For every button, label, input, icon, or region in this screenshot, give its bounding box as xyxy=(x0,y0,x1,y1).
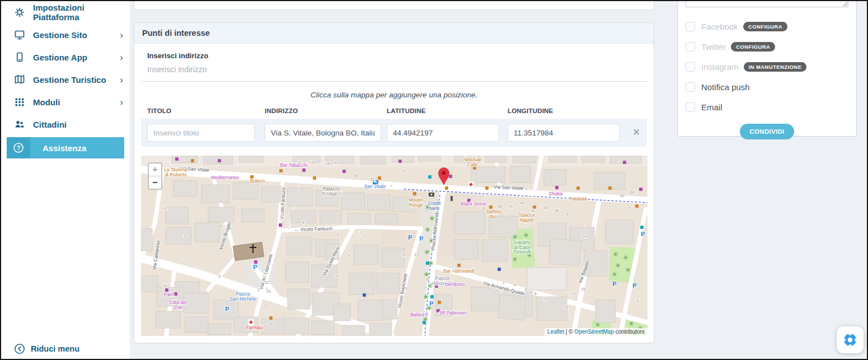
poi-icon xyxy=(485,186,489,190)
poi-icon xyxy=(363,293,366,297)
parking-icon: P xyxy=(632,282,636,289)
address-input[interactable] xyxy=(141,60,647,82)
latitudine-input[interactable] xyxy=(387,124,499,142)
sidebar-item-moduli[interactable]: Moduli › xyxy=(1,91,130,113)
poi-label: bank xyxy=(429,205,440,211)
map-attribution: Leaflet | © OpenStreetMap contributors xyxy=(545,328,648,336)
poi-icon xyxy=(279,223,282,227)
email-checkbox[interactable] xyxy=(686,102,695,112)
poi-label: Napoli xyxy=(520,217,533,223)
zoom-in-button[interactable]: + xyxy=(149,163,161,176)
tree-icon xyxy=(430,262,431,264)
poi-card-header: Punti di interesse xyxy=(134,23,654,44)
instagram-checkbox[interactable] xyxy=(686,62,695,72)
tree-icon xyxy=(426,228,428,230)
support-fab-button[interactable] xyxy=(837,326,864,353)
house-number: 5 xyxy=(290,237,292,241)
column-header-titolo: TITOLO xyxy=(147,107,265,114)
house-number: 2 xyxy=(572,170,574,174)
notifica-push-checkbox[interactable] xyxy=(686,82,695,92)
poi-label: Bar Aldrovandi xyxy=(443,268,474,274)
poi-icon xyxy=(191,159,194,162)
poi-icon xyxy=(438,301,441,304)
twitter-checkbox[interactable] xyxy=(686,42,695,52)
traffic-light-icon xyxy=(451,196,453,201)
parking-icon: P xyxy=(612,280,616,287)
house-number: 21 xyxy=(402,169,406,173)
oneway-arrow: ← xyxy=(529,193,534,198)
leaflet-map[interactable]: Via San VitaleVia San Vitale ←Vicolo Fan… xyxy=(141,156,648,336)
house-number: 3 xyxy=(330,293,332,297)
tree-icon xyxy=(514,236,515,237)
share-option-label: Email xyxy=(701,102,722,112)
house-number: 15 xyxy=(325,162,330,166)
remove-row-icon[interactable]: ✕ xyxy=(632,124,641,142)
configure-badge[interactable]: CONFIGURA xyxy=(731,42,775,52)
condividi-button[interactable]: CONDIVIDI xyxy=(740,124,794,139)
sidebar-item-cittadini[interactable]: Cittadini xyxy=(1,113,130,135)
poi-icon xyxy=(555,186,559,189)
oneway-arrow: ← xyxy=(628,204,633,209)
tree-icon xyxy=(426,206,428,208)
poi-icon xyxy=(378,176,381,180)
sidebar-item-label: Cittadini xyxy=(33,120,67,129)
sidebar-item-gestione-turistico[interactable]: Gestione Turistico › xyxy=(1,68,130,91)
chevron-right-icon: › xyxy=(120,75,123,85)
grid-icon xyxy=(13,96,26,107)
previous-card-bottom xyxy=(134,0,654,10)
poi-label: Dhaka xyxy=(549,191,563,197)
indirizzo-input[interactable] xyxy=(265,124,381,142)
sidebar-item-assistenza[interactable]: ? Assistenza xyxy=(7,137,124,158)
leaflet-link[interactable]: Leaflet xyxy=(547,329,564,335)
tree-icon xyxy=(627,269,628,270)
house-number: 42 xyxy=(334,161,339,165)
tree-icon xyxy=(630,322,632,324)
longitudine-input[interactable] xyxy=(508,124,620,142)
sidebar-item-label: Assistenza xyxy=(30,143,86,153)
share-message-textarea[interactable] xyxy=(686,0,848,7)
address-label: Inserisci indirizzo xyxy=(147,52,647,60)
share-option-email: Email xyxy=(686,101,848,113)
poi-icon xyxy=(342,170,346,173)
poi-icon xyxy=(269,316,273,320)
house-number: 27 xyxy=(338,192,342,196)
sidebar-item-gestione-sito[interactable]: Gestione Sito › xyxy=(1,24,130,46)
share-option-label: Facebook xyxy=(701,22,738,31)
column-header-indirizzo: INDIRIZZO xyxy=(265,107,387,114)
poi-card-title: Punti di interesse xyxy=(142,29,210,38)
poi-icon xyxy=(623,161,626,164)
house-number: 6 xyxy=(637,299,639,303)
share-option-facebook: Facebook CONFIGURA xyxy=(686,20,848,32)
house-number: 8 xyxy=(396,262,398,266)
house-number: 13 xyxy=(571,292,575,296)
zoom-out-button[interactable]: − xyxy=(149,176,161,189)
sidebar-item-gestione-app[interactable]: Gestione App › xyxy=(1,46,130,68)
poi-icon xyxy=(313,176,316,180)
share-panel: Facebook CONFIGURA Twitter CONFIGURA Ins… xyxy=(677,0,857,137)
poi-icon xyxy=(640,226,644,229)
house-number: 8 xyxy=(175,304,177,308)
house-number: 14 xyxy=(543,297,547,301)
chevron-left-circle-icon xyxy=(13,343,26,355)
maintenance-badge: IN MANUTENZIONE xyxy=(744,62,807,72)
configure-badge[interactable]: CONFIGURA xyxy=(743,22,787,31)
poi-icon xyxy=(174,292,177,296)
poi-label: San Michele xyxy=(230,296,256,302)
house-number: 55 xyxy=(555,209,559,213)
map-hint-text: Clicca sulla mappa per aggiungere una po… xyxy=(141,91,647,99)
sidebar-item-impostazioni-piattaforma[interactable]: Impostazioni Piattaforma xyxy=(1,1,130,24)
facebook-checkbox[interactable] xyxy=(686,22,695,31)
oneway-arrow: ← xyxy=(390,182,395,188)
house-number: 6 xyxy=(426,277,429,281)
house-number: 33 xyxy=(481,207,486,211)
poi-label: Rouge xyxy=(409,202,423,208)
collapse-menu-button[interactable]: Riduci menu xyxy=(13,343,79,355)
house-number: 1 xyxy=(264,274,266,278)
openstreetmap-link[interactable]: OpenStreetMap xyxy=(574,329,614,335)
titolo-input[interactable] xyxy=(147,124,255,142)
oneway-arrow: ↑ xyxy=(280,212,283,217)
parking-icon: P xyxy=(419,235,423,242)
poi-icon xyxy=(430,295,434,298)
house-number: 60 xyxy=(630,190,635,194)
column-header-longitudine: LONGITUDINE xyxy=(508,107,632,114)
